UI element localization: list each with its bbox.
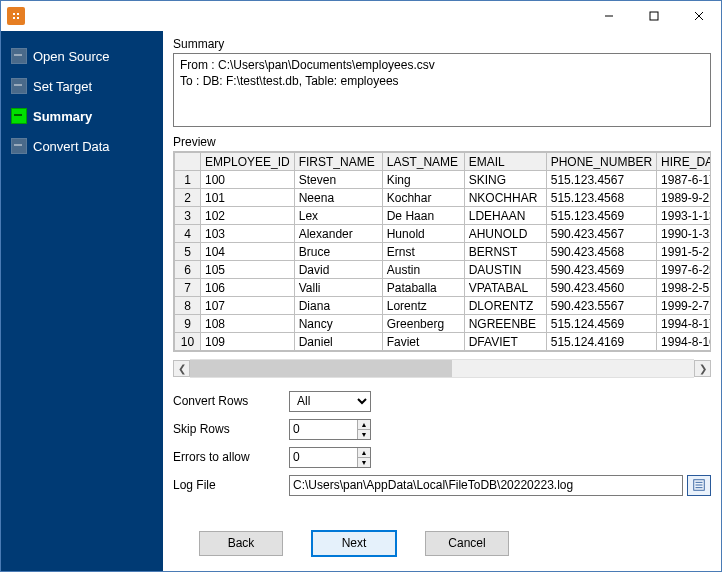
cell[interactable]: De Haan <box>382 207 464 225</box>
cell[interactable]: 590.423.4568 <box>546 243 656 261</box>
scroll-thumb[interactable] <box>190 360 452 377</box>
table-row[interactable]: 3102LexDe HaanLDEHAAN515.123.45691993-1-… <box>175 207 711 225</box>
table-row[interactable]: 4103AlexanderHunoldAHUNOLD590.423.456719… <box>175 225 711 243</box>
logfile-input[interactable] <box>289 475 683 496</box>
cell[interactable]: Faviet <box>382 333 464 351</box>
step-open-source[interactable]: Open Source <box>1 41 163 71</box>
cell[interactable]: NKOCHHAR <box>464 189 546 207</box>
cell[interactable]: 103 <box>201 225 295 243</box>
cell[interactable]: LDEHAAN <box>464 207 546 225</box>
row-number-cell[interactable]: 2 <box>175 189 201 207</box>
row-number-cell[interactable]: 5 <box>175 243 201 261</box>
spin-up-icon[interactable]: ▲ <box>358 448 370 458</box>
cell[interactable]: Bruce <box>294 243 382 261</box>
cell[interactable]: Neena <box>294 189 382 207</box>
col-header[interactable]: PHONE_NUMBER <box>546 153 656 171</box>
cell[interactable]: 105 <box>201 261 295 279</box>
cell[interactable]: 1987-6-17 <box>657 171 710 189</box>
cell[interactable]: 515.124.4169 <box>546 333 656 351</box>
cell[interactable]: DLORENTZ <box>464 297 546 315</box>
table-row[interactable]: 10109DanielFavietDFAVIET515.124.41691994… <box>175 333 711 351</box>
scroll-left-icon[interactable]: ❮ <box>173 360 190 377</box>
col-header[interactable]: EMPLOYEE_ID <box>201 153 295 171</box>
row-number-cell[interactable]: 9 <box>175 315 201 333</box>
cell[interactable]: NGREENBE <box>464 315 546 333</box>
step-convert-data[interactable]: Convert Data <box>1 131 163 161</box>
cell[interactable]: BERNST <box>464 243 546 261</box>
table-row[interactable]: 5104BruceErnstBERNST590.423.45681991-5-2… <box>175 243 711 261</box>
cell[interactable]: 1994-8-16 <box>657 333 710 351</box>
cell[interactable]: 1998-2-5 <box>657 279 710 297</box>
cell[interactable]: 1997-6-25 <box>657 261 710 279</box>
col-header[interactable]: EMAIL <box>464 153 546 171</box>
preview-grid[interactable]: EMPLOYEE_ID FIRST_NAME LAST_NAME EMAIL P… <box>173 151 711 352</box>
cell[interactable]: 590.423.4560 <box>546 279 656 297</box>
cell[interactable]: 590.423.4567 <box>546 225 656 243</box>
cell[interactable]: Ernst <box>382 243 464 261</box>
row-number-cell[interactable]: 10 <box>175 333 201 351</box>
cell[interactable]: 515.124.4569 <box>546 315 656 333</box>
table-row[interactable]: 8107DianaLorentzDLORENTZ590.423.55671999… <box>175 297 711 315</box>
cell[interactable]: 1991-5-21 <box>657 243 710 261</box>
next-button[interactable]: Next <box>311 530 397 557</box>
col-header[interactable]: LAST_NAME <box>382 153 464 171</box>
spin-down-icon[interactable]: ▼ <box>358 430 370 439</box>
cell[interactable]: 590.423.5567 <box>546 297 656 315</box>
col-header[interactable]: HIRE_DATE <box>657 153 710 171</box>
cell[interactable]: 108 <box>201 315 295 333</box>
horizontal-scrollbar[interactable]: ❮ ❯ <box>173 360 711 377</box>
row-number-cell[interactable]: 6 <box>175 261 201 279</box>
cell[interactable]: Lex <box>294 207 382 225</box>
cell[interactable]: 104 <box>201 243 295 261</box>
cell[interactable]: Lorentz <box>382 297 464 315</box>
cell[interactable]: King <box>382 171 464 189</box>
cell[interactable]: 1990-1-3 <box>657 225 710 243</box>
cell[interactable]: 101 <box>201 189 295 207</box>
back-button[interactable]: Back <box>199 531 283 556</box>
cell[interactable]: 109 <box>201 333 295 351</box>
skip-rows-spinner[interactable]: ▲ ▼ <box>289 419 371 440</box>
cell[interactable]: Alexander <box>294 225 382 243</box>
cell[interactable]: 590.423.4569 <box>546 261 656 279</box>
convert-rows-select[interactable]: All <box>289 391 371 412</box>
step-summary[interactable]: Summary <box>1 101 163 131</box>
cell[interactable]: Austin <box>382 261 464 279</box>
scroll-track[interactable] <box>190 359 694 378</box>
table-row[interactable]: 6105DavidAustinDAUSTIN590.423.45691997-6… <box>175 261 711 279</box>
spin-up-icon[interactable]: ▲ <box>358 420 370 430</box>
cell[interactable]: 100 <box>201 171 295 189</box>
maximize-button[interactable] <box>631 1 676 31</box>
summary-textbox[interactable]: From : C:\Users\pan\Documents\employees.… <box>173 53 711 127</box>
cell[interactable]: SKING <box>464 171 546 189</box>
skip-rows-input[interactable] <box>290 420 357 439</box>
row-number-cell[interactable]: 3 <box>175 207 201 225</box>
scroll-right-icon[interactable]: ❯ <box>694 360 711 377</box>
cell[interactable]: AHUNOLD <box>464 225 546 243</box>
row-number-cell[interactable]: 8 <box>175 297 201 315</box>
cell[interactable]: VPATABAL <box>464 279 546 297</box>
cell[interactable]: 1989-9-21 <box>657 189 710 207</box>
minimize-button[interactable] <box>586 1 631 31</box>
cell[interactable]: 102 <box>201 207 295 225</box>
cell[interactable]: David <box>294 261 382 279</box>
errors-spinner[interactable]: ▲ ▼ <box>289 447 371 468</box>
table-row[interactable]: 1100StevenKingSKING515.123.45671987-6-17… <box>175 171 711 189</box>
row-number-cell[interactable]: 4 <box>175 225 201 243</box>
cell[interactable]: 1994-8-17 <box>657 315 710 333</box>
cell[interactable]: 107 <box>201 297 295 315</box>
cell[interactable]: Diana <box>294 297 382 315</box>
cell[interactable]: Valli <box>294 279 382 297</box>
cell[interactable]: 106 <box>201 279 295 297</box>
table-row[interactable]: 7106ValliPataballaVPATABAL590.423.456019… <box>175 279 711 297</box>
cell[interactable]: Greenberg <box>382 315 464 333</box>
cell[interactable]: Pataballa <box>382 279 464 297</box>
cell[interactable]: 515.123.4567 <box>546 171 656 189</box>
col-header[interactable]: FIRST_NAME <box>294 153 382 171</box>
cell[interactable]: Hunold <box>382 225 464 243</box>
cell[interactable]: Kochhar <box>382 189 464 207</box>
close-button[interactable] <box>676 1 721 31</box>
cell[interactable]: Daniel <box>294 333 382 351</box>
cell[interactable]: Nancy <box>294 315 382 333</box>
row-number-cell[interactable]: 7 <box>175 279 201 297</box>
errors-input[interactable] <box>290 448 357 467</box>
